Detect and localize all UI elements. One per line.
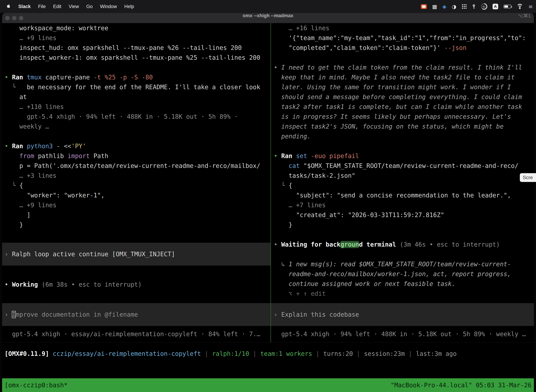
text-segment: turns:20 <box>323 350 353 357</box>
composer-input[interactable]: › Explain this codebase <box>271 303 534 326</box>
text-segment: 1 new msg(s): read $OMX_TEAM_STATE_ROOT/… <box>289 261 511 268</box>
text-segment: Ralph loop active continue [OMX_TMUX_INJ… <box>12 251 175 258</box>
menu-bar-left: Slack FileEditViewGoWindowHelp <box>6 4 134 10</box>
text-segment: is in progress? It seems likely but perh… <box>274 113 511 120</box>
text-segment: mprove documentation in @filename <box>16 311 138 318</box>
text-segment: workspace_mode: worktree <box>5 25 108 32</box>
wifi-icon[interactable] <box>517 4 523 9</box>
text-segment: --json <box>444 44 466 51</box>
menu-item-view[interactable]: View <box>69 4 79 9</box>
text-segment: continue assigned work or next feasible … <box>274 280 455 287</box>
battery-icon[interactable] <box>503 5 511 9</box>
keyboard-icon[interactable]: ▦ <box>432 4 437 10</box>
text-segment: task2 after task1 is complete, but can I… <box>274 103 522 110</box>
text-segment: 'PY' <box>71 143 86 150</box>
text-segment: ↳ <box>274 261 289 268</box>
spacer <box>2 326 270 329</box>
text-segment: tmux <box>27 74 45 81</box>
tmux-panes: workspace_mode: worktree … +9 lines insp… <box>2 23 534 342</box>
app-icon-blue[interactable]: ◈ <box>442 4 446 10</box>
window-titlebar[interactable]: omx --xhigh --madmax ⌥⌘1 <box>2 13 534 23</box>
left-pane-content: workspace_mode: worktree … +9 lines insp… <box>2 23 270 342</box>
app-icon-circle[interactable]: ◑ <box>452 4 456 10</box>
text-segment: be necessary for the end of the README. … <box>19 84 260 91</box>
terminal-line: "created_at": "2026-03-31T11:59:27.816Z" <box>271 210 534 220</box>
text-segment: › <box>274 311 281 318</box>
text-segment <box>5 152 19 159</box>
terminal-line <box>271 230 534 240</box>
omx-status-line: [OMX#0.11.9] cczip/essay/ai-reimplementa… <box>2 349 534 359</box>
menu-items: FileEditViewGoWindowHelp <box>38 4 134 9</box>
text-segment: "subject": "send a concise recommendatio… <box>274 192 511 199</box>
text-segment: at <box>5 93 27 100</box>
terminal-line: } <box>271 220 534 230</box>
terminal-line: └ { <box>271 181 534 190</box>
text-segment: } <box>5 221 23 228</box>
text-segment: should send a message before completing … <box>274 93 522 100</box>
text-segment: • <box>274 152 281 159</box>
terminal-line <box>271 141 534 151</box>
menu-extra-icon[interactable]: ≡ <box>528 4 533 10</box>
text-segment: "$OMX_TEAM_STATE_ROOT/team/review-curren… <box>304 162 518 169</box>
text-segment: | <box>353 350 364 357</box>
battery-percent-gauge[interactable]: 61 <box>481 3 487 10</box>
text-segment: gpt-5.4 xhigh · essay/ai-reimplementatio… <box>5 331 260 338</box>
terminal-line: p = Path('.omx/state/team/review-current… <box>2 161 270 171</box>
terminal-line: "completed","claim_token":"claim-token"}… <box>271 43 534 53</box>
text-segment: inspect_worker-1: omx sparkshell --tmux-… <box>5 54 260 61</box>
text-segment: | <box>201 350 212 357</box>
text-segment: gpt-5.4 xhigh · 94% left · 488K in · 5.1… <box>274 331 526 338</box>
menu-bar: Slack FileEditViewGoWindowHelp ▦ ◈ ◑ 61 … <box>0 0 536 13</box>
text-segment: cat <box>289 162 303 169</box>
terminal-line: … +9 lines <box>2 200 270 210</box>
text-segment: "completed","claim_token":"claim-token"}… <box>274 44 444 51</box>
menu-item-edit[interactable]: Edit <box>53 4 61 9</box>
text-segment: from <box>19 152 34 159</box>
text-segment: -euo pipefail <box>311 152 359 159</box>
text-segment: ralph:1/10 <box>212 350 249 357</box>
terminal-line: inspect_worker-1: omx sparkshell --tmux-… <box>2 53 270 62</box>
text-segment: import <box>67 152 90 159</box>
text-segment: team:1 workers <box>260 350 312 357</box>
text-segment: cczip/essay/ai-reimplementation-copyleft <box>53 350 201 357</box>
text-segment: groun <box>340 241 359 248</box>
text-segment: } <box>274 221 292 228</box>
text-segment: Ran <box>12 143 27 150</box>
screen-recording-icon[interactable] <box>421 4 427 9</box>
terminal-line: ] <box>2 210 270 220</box>
terminal-line: ↳ 1 new msg(s): read $OMX_TEAM_STATE_ROO… <box>271 259 534 269</box>
terminal-line: tasks/task-2.json" <box>271 171 534 181</box>
text-segment: (3m 46s • esc to interrupt) <box>396 241 500 248</box>
text-segment: • <box>5 281 12 288</box>
battery-percent-label: 61 <box>482 4 486 9</box>
terminal-window: omx --xhigh --madmax ⌥⌘1 workspace_mode:… <box>2 13 534 392</box>
menu-item-window[interactable]: Window <box>100 4 117 9</box>
composer-input[interactable]: › Improve documentation in @filename <box>2 303 270 326</box>
terminal-line: task2 after task1 is complete, but can I… <box>271 102 534 112</box>
menu-item-go[interactable]: Go <box>86 4 93 9</box>
input-source-icon[interactable]: A <box>493 4 498 9</box>
text-segment: last:3m ago <box>416 350 457 357</box>
text-segment: I <box>12 311 16 318</box>
text-segment: • <box>5 143 12 150</box>
dots-grid-icon[interactable] <box>462 4 467 9</box>
text-segment: pending. <box>274 133 311 140</box>
terminal-line <box>271 249 534 259</box>
terminal-line: from pathlib import Path <box>2 151 270 161</box>
text-segment: Ran <box>281 152 296 159</box>
queued-message[interactable]: › Ralph loop active continue [OMX_TMUX_I… <box>2 243 270 266</box>
text-segment: readme-and-reco/mailbox/worker-1.json, a… <box>274 271 511 277</box>
menu-app-name[interactable]: Slack <box>18 4 31 9</box>
menu-item-help[interactable]: Help <box>124 4 134 9</box>
text-segment: set <box>296 152 311 159</box>
password-key-icon[interactable] <box>472 5 476 9</box>
terminal-line <box>271 53 534 62</box>
text-segment: pathlib <box>34 152 68 159</box>
terminal-line: later. Using the same for transition mig… <box>271 82 534 92</box>
apple-menu-icon[interactable] <box>6 4 11 10</box>
screen-button[interactable]: Scre <box>520 173 536 182</box>
text-segment: gpt-5.4 xhigh · 94% left · 488K in · 5.1… <box>5 113 238 120</box>
text-segment: keep that in mind. Maybe I also need the… <box>274 74 515 81</box>
text-segment: capture-pane <box>45 74 94 81</box>
menu-item-file[interactable]: File <box>38 4 46 9</box>
